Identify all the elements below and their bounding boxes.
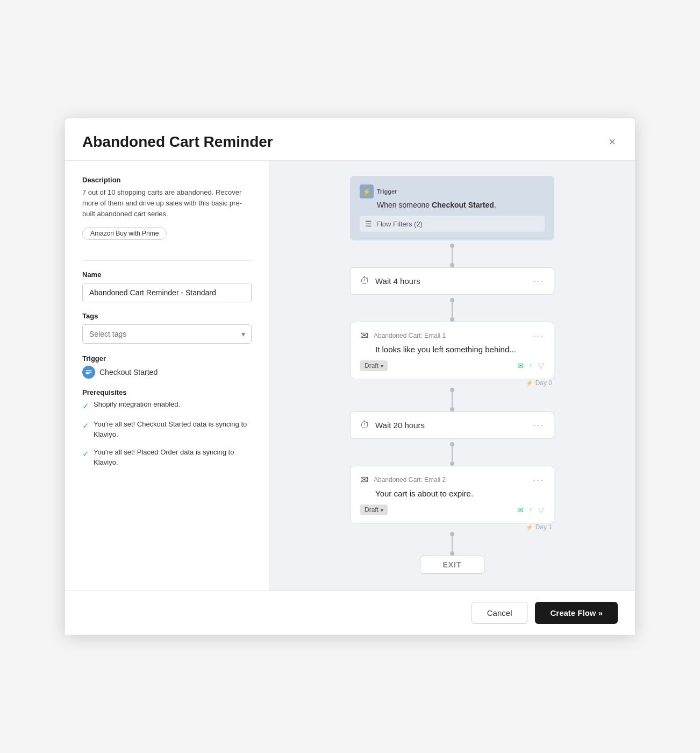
more-options-wait-2[interactable]: ···	[533, 420, 544, 431]
draft-label-2: Draft	[365, 506, 378, 514]
left-panel: Description 7 out of 10 shopping carts a…	[65, 161, 269, 591]
tags-select-wrapper	[82, 324, 252, 344]
close-button[interactable]: ×	[606, 134, 618, 150]
trigger-block-label-row: ⚡ Trigger	[360, 184, 545, 198]
connector-dot-9	[450, 532, 454, 536]
tags-select[interactable]	[82, 324, 252, 344]
tags-label: Tags	[82, 312, 252, 320]
connector-dot-1	[450, 244, 454, 248]
connector-line-1	[452, 248, 453, 263]
email-action-check-1[interactable]: ✉	[517, 361, 524, 370]
right-panel: ⚡ Trigger When someone Checkout Started.…	[269, 161, 635, 591]
prereq-item-3: ✓ You're all set! Placed Order data is s…	[82, 447, 252, 468]
email-subject-2: Your cart is about to expire.	[360, 489, 544, 498]
svg-rect-2	[85, 374, 89, 374]
email-actions-2: ✉ ↑ ▽	[517, 506, 544, 514]
connector-line-3	[452, 392, 453, 407]
lightning-day-1: ⚡	[526, 380, 533, 386]
day-label-2: ⚡ Day 1	[350, 523, 554, 531]
prereq-item-2: ✓ You're all set! Checkout Started data …	[82, 420, 252, 440]
email-actions-1: ✉ ↑ ▽	[517, 361, 544, 370]
trigger-prefix: When someone	[377, 201, 432, 209]
email-action-up-1[interactable]: ↑	[529, 361, 533, 370]
trigger-block: ⚡ Trigger When someone Checkout Started.…	[350, 176, 554, 240]
connector-line-5	[452, 536, 453, 551]
svg-rect-1	[85, 372, 91, 373]
email-footer-2: Draft ▾ ✉ ↑ ▽	[360, 505, 544, 515]
wait-block-1: ⏱ Wait 4 hours ···	[350, 267, 554, 295]
connector-dot-3	[450, 298, 454, 302]
email-action-filter-2[interactable]: ▽	[538, 506, 544, 514]
more-options-wait-1[interactable]: ···	[533, 275, 544, 287]
prereq-text-3: You're all set! Placed Order data is syn…	[94, 447, 252, 468]
filter-icon: ☰	[365, 219, 372, 228]
email-action-up-2[interactable]: ↑	[529, 506, 533, 514]
prereq-item-1: ✓ Shopify integration enabled.	[82, 400, 252, 412]
flow-container: ⚡ Trigger When someone Checkout Started.…	[350, 176, 554, 574]
lightning-day-2: ⚡	[526, 524, 533, 530]
filter-label: Flow Filters (2)	[376, 220, 423, 228]
more-options-email-1[interactable]: ···	[533, 330, 544, 342]
modal-container: Abandoned Cart Reminder × Description 7 …	[65, 118, 635, 635]
trigger-bold: Checkout Started	[432, 201, 494, 209]
connector-line-2	[452, 302, 453, 317]
connector-dot-10	[450, 551, 454, 556]
divider-1	[82, 260, 252, 261]
connector-dot-6	[450, 407, 454, 411]
email-block-2: ✉ Abandoned Cart: Email 2 ··· Your cart …	[350, 466, 554, 523]
connector-dot-5	[450, 388, 454, 392]
clock-icon-1: ⏱	[360, 275, 370, 287]
name-input[interactable]	[82, 283, 252, 302]
email-action-filter-1[interactable]: ▽	[538, 361, 544, 370]
email-footer-1: Draft ▾ ✉ ↑ ▽	[360, 360, 544, 371]
email-meta-1: ✉ Abandoned Cart: Email 1	[360, 330, 446, 342]
email-icon-2: ✉	[360, 474, 368, 486]
trigger-circle-icon	[82, 366, 95, 379]
description-label: Description	[82, 176, 252, 184]
wait-left-2: ⏱ Wait 20 hours	[360, 420, 425, 431]
email-block-1: ✉ Abandoned Cart: Email 1 ··· It looks l…	[350, 322, 554, 379]
create-flow-button[interactable]: Create Flow »	[535, 602, 618, 624]
email-action-check-2[interactable]: ✉	[517, 506, 524, 514]
filter-row[interactable]: ☰ Flow Filters (2)	[360, 216, 545, 232]
email-title-2: Abandoned Cart: Email 2	[374, 476, 446, 484]
exit-label: EXIT	[442, 560, 461, 569]
cancel-button[interactable]: Cancel	[472, 602, 528, 624]
connector-dot-2	[450, 263, 454, 267]
email-icon-1: ✉	[360, 330, 368, 342]
day-text-2: Day 1	[535, 523, 552, 531]
wait-label-2: Wait 20 hours	[375, 421, 425, 430]
name-label: Name	[82, 271, 252, 279]
exit-block: EXIT	[420, 556, 484, 574]
wait-left-1: ⏱ Wait 4 hours	[360, 275, 420, 287]
prereq-text-2: You're all set! Checkout Started data is…	[94, 420, 252, 440]
prereq-text-1: Shopify integration enabled.	[94, 400, 180, 410]
check-icon-3: ✓	[82, 448, 89, 460]
prerequisites-label: Prerequisites	[82, 388, 252, 396]
draft-arrow-2: ▾	[381, 507, 383, 513]
wait-label-1: Wait 4 hours	[375, 276, 420, 286]
more-options-email-2[interactable]: ···	[533, 474, 544, 486]
modal-title: Abandoned Cart Reminder	[82, 133, 273, 151]
amazon-tag-pill[interactable]: Amazon Buy with Prime	[82, 227, 167, 240]
email-block-header-2: ✉ Abandoned Cart: Email 2 ···	[360, 474, 544, 486]
email-block-header-1: ✉ Abandoned Cart: Email 1 ···	[360, 330, 544, 342]
email-title-1: Abandoned Cart: Email 1	[374, 332, 446, 339]
connector-dot-7	[450, 442, 454, 446]
trigger-row: Checkout Started	[82, 366, 252, 379]
email-subject-1: It looks like you left something behind.…	[360, 345, 544, 354]
draft-badge-2[interactable]: Draft ▾	[360, 505, 388, 515]
trigger-block-label: Trigger	[377, 188, 397, 195]
day-label-1: ⚡ Day 0	[350, 379, 554, 387]
day-text-1: Day 0	[535, 379, 552, 387]
modal-footer: Cancel Create Flow »	[65, 591, 635, 635]
email-meta-2: ✉ Abandoned Cart: Email 2	[360, 474, 446, 486]
modal-header: Abandoned Cart Reminder ×	[65, 118, 635, 161]
trigger-value: Checkout Started	[99, 368, 158, 376]
connector-line-4	[452, 446, 453, 461]
trigger-suffix: .	[494, 201, 496, 209]
connector-dot-4	[450, 317, 454, 322]
draft-badge-1[interactable]: Draft ▾	[360, 360, 388, 371]
modal-body: Description 7 out of 10 shopping carts a…	[65, 161, 635, 591]
clock-icon-2: ⏱	[360, 420, 370, 431]
